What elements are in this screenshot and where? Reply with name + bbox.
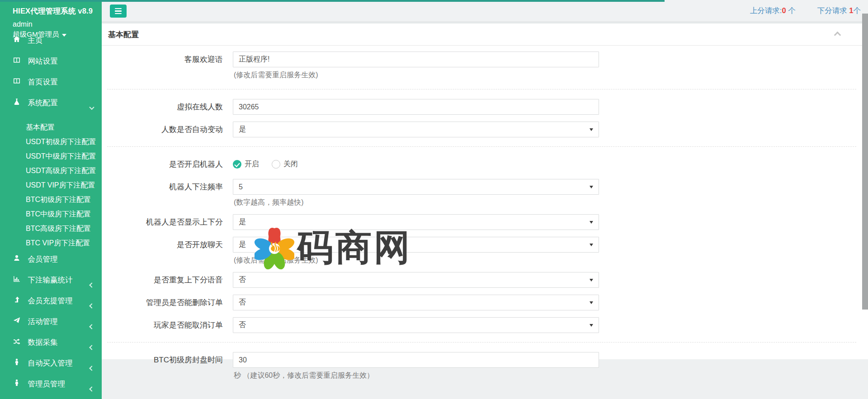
select-caret-icon [590,128,593,131]
sidebar-item-label: 主页 [28,36,43,44]
panel-header: 基本配置 [102,23,868,46]
field-label: 机器人是否显示上下分 [107,214,233,230]
radio-unchecked-icon [272,160,280,169]
sidebar-item-bet-stats[interactable]: 下注输赢统计 [0,275,102,296]
submenu-item-usdt-vip[interactable]: USDT VIP房下注配置 [0,178,102,192]
btc-close-time-input[interactable] [233,352,599,368]
auto-change-select[interactable]: 是 [233,122,599,137]
person-icon [13,379,20,386]
app-title: HIEX代理管理系统 v8.9 [13,6,102,16]
group-divider [107,89,856,89]
form-row-btc-close-time: BTC初级房封盘时间 秒 （建议60秒，修改后需要重启服务生效） [107,352,856,380]
field-label: BTC初级房封盘时间 [107,352,233,380]
sidebar-item-auto-buy[interactable]: 自动买入管理 [0,358,102,379]
chevron-left-icon [89,345,94,350]
select-caret-icon [590,301,593,304]
select-caret-icon [590,324,593,327]
repeat-voice-select[interactable]: 否 [233,272,599,288]
submenu-item-btc-vip[interactable]: BTC VIP房下注配置 [0,236,102,250]
submenu-item-basic-config[interactable]: 基本配置 [0,120,102,135]
chevron-left-icon [89,324,94,329]
sidebar-item-deposit-withdraw[interactable]: 会员充提管理 [0,296,102,316]
sidebar-item-homepage-settings[interactable]: 首页设置 [0,77,102,98]
system-config-submenu: 基本配置 USDT初级房下注配置 USDT中级房下注配置 USDT高级房下注配置… [0,118,102,254]
field-label: 管理员是否能删除订单 [107,295,233,310]
up-score-count: 0 [782,6,786,14]
vertical-scrollbar[interactable] [862,14,868,310]
admin-delete-order-select[interactable]: 否 [233,295,599,310]
submenu-item-btc-senior[interactable]: BTC高级房下注配置 [0,221,102,236]
form-row-admin-delete-order: 管理员是否能删除订单 否 [107,295,856,310]
sidebar-item-label: 活动管理 [28,317,58,325]
sidebar-item-activities[interactable]: 活动管理 [0,316,102,337]
field-label: 是否开启机器人 [107,156,233,172]
hamburger-icon [115,8,122,9]
robot-show-score-select[interactable]: 是 [233,214,599,230]
user-icon [13,254,20,262]
sidebar-item-home[interactable]: 主页 [0,35,102,56]
collapse-panel-icon[interactable] [834,32,841,39]
columns-icon [13,77,20,84]
chevron-left-icon [89,386,94,391]
select-caret-icon [590,244,593,246]
radio-checked-icon [233,160,241,169]
sidebar-item-label: 会员充提管理 [28,296,73,305]
group-divider [107,342,856,343]
sidebar-nav: 主页 网站设置 首页设置 系统配置 基本配置 USDT初级房下注配置 USDT中… [0,35,102,399]
submenu-item-usdt-middle[interactable]: USDT中级房下注配置 [0,149,102,164]
submenu-item-usdt-senior[interactable]: USDT高级房下注配置 [0,164,102,178]
up-score-requests-link[interactable]: 上分请求:0 个 [750,6,796,16]
select-caret-icon [590,279,593,282]
robot-on-radio[interactable]: 开启 [233,160,259,169]
sidebar: HIEX代理管理系统 v8.9 admin 超级GM管理员 主页 网站设置 首页… [0,0,102,399]
down-score-requests-link[interactable]: 下分请求 1个 [817,6,861,16]
sidebar-item-system-config[interactable]: 系统配置 [0,98,102,118]
sidebar-toggle-button[interactable] [110,5,127,18]
topbar-requests: 上分请求:0 个 下分请求 1个 [750,0,861,21]
submenu-item-btc-junior[interactable]: BTC初级房下注配置 [0,192,102,207]
form-row-repeat-voice: 是否重复上下分语音 否 [107,272,856,288]
virtual-online-input[interactable] [233,99,599,115]
sidebar-item-label: 网站设置 [28,57,58,65]
select-caret-icon [590,221,593,224]
topbar-divider [102,21,868,23]
submenu-item-usdt-junior[interactable]: USDT初级房下注配置 [0,135,102,149]
sidebar-item-site-settings[interactable]: 网站设置 [0,56,102,77]
chevron-left-icon [89,366,94,371]
submenu-item-btc-middle[interactable]: BTC中级房下注配置 [0,207,102,221]
chevron-down-icon [89,105,94,110]
field-help: (修改后需要重启服务生效) [233,70,599,80]
flask-icon [13,98,20,105]
field-label: 客服欢迎语 [107,52,233,80]
field-label: 是否重复上下分语音 [107,272,233,288]
down-score-count: 1 [849,6,853,14]
columns-icon [13,56,20,64]
arrow-up-icon [13,296,20,303]
form-row-robot-frequency: 机器人下注频率 5 (数字越高，频率越快) [107,179,856,207]
form-row-robot-show-score: 机器人是否显示上下分 是 [107,214,856,230]
robot-frequency-select[interactable]: 5 [233,179,599,195]
sidebar-item-label: 下注输赢统计 [28,276,73,284]
loading-progress-bar [0,0,665,2]
sidebar-item-members[interactable]: 会员管理 [0,254,102,275]
robot-off-radio[interactable]: 关闭 [272,160,298,169]
field-help: 秒 （建议60秒，修改后需要重启服务生效） [233,371,599,380]
sidebar-item-data-collect[interactable]: 数据采集 [0,337,102,358]
config-form: 客服欢迎语 (修改后需要重启服务生效) 虚拟在线人数 人数是否自动变动 是 [102,46,868,380]
paper-plane-icon [13,316,20,324]
sidebar-item-label: 首页设置 [28,78,58,86]
welcome-message-input[interactable] [233,52,599,67]
select-caret-icon [590,186,593,188]
sidebar-item-label: 会员管理 [28,255,58,263]
sidebar-item-label: 自动买入管理 [28,359,73,367]
shuffle-icon [13,337,20,345]
chat-open-select[interactable]: 是 [233,237,599,253]
form-row-chat-open: 是否开放聊天 是 (修改后需要重启服务生效) [107,237,856,265]
player-cancel-order-select[interactable]: 否 [233,317,599,333]
sidebar-item-label: 系统配置 [28,99,58,107]
field-label: 人数是否自动变动 [107,122,233,137]
topbar: 上分请求:0 个 下分请求 1个 [102,0,868,21]
field-label: 虚拟在线人数 [107,99,233,115]
sidebar-item-admins[interactable]: 管理员管理 [0,379,102,399]
basic-config-panel: 基本配置 客服欢迎语 (修改后需要重启服务生效) 虚拟在线人数 人数是否自动变动… [102,23,868,359]
